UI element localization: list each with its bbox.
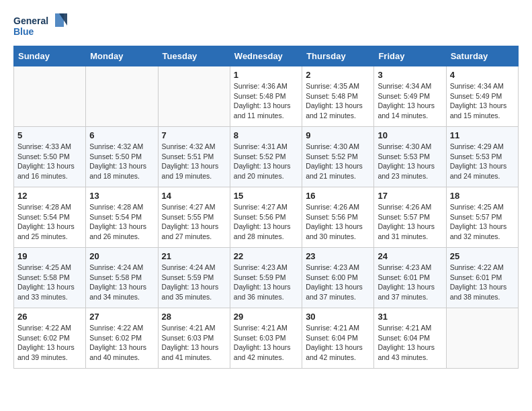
day-info: Sunrise: 4:23 AM Sunset: 6:00 PM Dayligh… (306, 263, 370, 302)
day-info: Sunrise: 4:32 AM Sunset: 5:50 PM Dayligh… (89, 142, 154, 181)
weekday-header-tuesday: Tuesday (158, 46, 230, 66)
calendar-cell: 19Sunrise: 4:25 AM Sunset: 5:58 PM Dayli… (14, 248, 86, 308)
day-info: Sunrise: 4:23 AM Sunset: 6:01 PM Dayligh… (378, 263, 442, 302)
day-number: 31 (378, 312, 442, 322)
day-info: Sunrise: 4:21 AM Sunset: 6:03 PM Dayligh… (162, 323, 226, 363)
day-number: 12 (17, 191, 82, 201)
day-number: 17 (378, 191, 442, 201)
day-number: 3 (378, 70, 442, 80)
day-number: 25 (450, 251, 515, 261)
calendar-cell: 22Sunrise: 4:23 AM Sunset: 5:59 PM Dayli… (230, 248, 302, 308)
day-number: 9 (306, 130, 370, 140)
day-number: 20 (89, 251, 154, 261)
day-info: Sunrise: 4:22 AM Sunset: 6:02 PM Dayligh… (17, 323, 82, 363)
day-info: Sunrise: 4:29 AM Sunset: 5:53 PM Dayligh… (450, 142, 515, 181)
day-number: 23 (306, 251, 370, 261)
day-number: 14 (162, 191, 226, 201)
calendar-cell: 2Sunrise: 4:35 AM Sunset: 5:48 PM Daylig… (302, 66, 374, 127)
day-info: Sunrise: 4:31 AM Sunset: 5:52 PM Dayligh… (234, 142, 298, 181)
calendar-cell: 5Sunrise: 4:33 AM Sunset: 5:50 PM Daylig… (14, 127, 86, 187)
day-number: 26 (17, 312, 82, 322)
day-info: Sunrise: 4:30 AM Sunset: 5:52 PM Dayligh… (306, 142, 370, 181)
calendar-cell: 3Sunrise: 4:34 AM Sunset: 5:49 PM Daylig… (374, 66, 446, 127)
day-number: 11 (450, 130, 515, 140)
day-number: 2 (306, 70, 370, 80)
calendar-cell (14, 66, 86, 127)
day-info: Sunrise: 4:22 AM Sunset: 6:02 PM Dayligh… (89, 323, 154, 363)
calendar-header-row: SundayMondayTuesdayWednesdayThursdayFrid… (14, 46, 519, 66)
day-info: Sunrise: 4:35 AM Sunset: 5:48 PM Dayligh… (306, 81, 370, 121)
day-info: Sunrise: 4:25 AM Sunset: 5:57 PM Dayligh… (450, 202, 515, 242)
calendar-cell: 27Sunrise: 4:22 AM Sunset: 6:02 PM Dayli… (86, 308, 158, 369)
day-info: Sunrise: 4:25 AM Sunset: 5:58 PM Dayligh… (17, 263, 82, 302)
calendar-cell: 4Sunrise: 4:34 AM Sunset: 5:49 PM Daylig… (446, 66, 518, 127)
general-blue-logo: General Blue (13, 13, 67, 40)
day-info: Sunrise: 4:24 AM Sunset: 5:58 PM Dayligh… (89, 263, 154, 302)
day-number: 6 (89, 130, 154, 140)
calendar-cell: 1Sunrise: 4:36 AM Sunset: 5:48 PM Daylig… (230, 66, 302, 127)
calendar-cell: 24Sunrise: 4:23 AM Sunset: 6:01 PM Dayli… (374, 248, 446, 308)
calendar-cell: 12Sunrise: 4:28 AM Sunset: 5:54 PM Dayli… (14, 187, 86, 248)
weekday-header-saturday: Saturday (446, 46, 518, 66)
calendar-table: SundayMondayTuesdayWednesdayThursdayFrid… (13, 46, 519, 369)
calendar-week-row: 26Sunrise: 4:22 AM Sunset: 6:02 PM Dayli… (14, 308, 519, 369)
page-header: General Blue (13, 13, 519, 40)
calendar-week-row: 19Sunrise: 4:25 AM Sunset: 5:58 PM Dayli… (14, 248, 519, 308)
weekday-header-friday: Friday (374, 46, 446, 66)
day-info: Sunrise: 4:33 AM Sunset: 5:50 PM Dayligh… (17, 142, 82, 181)
day-info: Sunrise: 4:23 AM Sunset: 5:59 PM Dayligh… (234, 263, 298, 302)
day-number: 5 (17, 130, 82, 140)
calendar-cell: 10Sunrise: 4:30 AM Sunset: 5:53 PM Dayli… (374, 127, 446, 187)
day-info: Sunrise: 4:21 AM Sunset: 6:03 PM Dayligh… (234, 323, 298, 363)
calendar-week-row: 1Sunrise: 4:36 AM Sunset: 5:48 PM Daylig… (14, 66, 519, 127)
day-number: 30 (306, 312, 370, 322)
day-info: Sunrise: 4:21 AM Sunset: 6:04 PM Dayligh… (306, 323, 370, 363)
calendar-cell: 9Sunrise: 4:30 AM Sunset: 5:52 PM Daylig… (302, 127, 374, 187)
calendar-cell (446, 308, 518, 369)
day-info: Sunrise: 4:22 AM Sunset: 6:01 PM Dayligh… (450, 263, 515, 302)
day-info: Sunrise: 4:24 AM Sunset: 5:59 PM Dayligh… (162, 263, 226, 302)
day-number: 15 (234, 191, 298, 201)
svg-text:General: General (13, 15, 48, 26)
calendar-cell: 26Sunrise: 4:22 AM Sunset: 6:02 PM Dayli… (14, 308, 86, 369)
day-info: Sunrise: 4:26 AM Sunset: 5:56 PM Dayligh… (306, 202, 370, 242)
svg-text:Blue: Blue (13, 26, 34, 37)
day-info: Sunrise: 4:30 AM Sunset: 5:53 PM Dayligh… (378, 142, 442, 181)
day-number: 1 (234, 70, 298, 80)
calendar-cell: 20Sunrise: 4:24 AM Sunset: 5:58 PM Dayli… (86, 248, 158, 308)
day-info: Sunrise: 4:21 AM Sunset: 6:04 PM Dayligh… (378, 323, 442, 363)
calendar-cell: 21Sunrise: 4:24 AM Sunset: 5:59 PM Dayli… (158, 248, 230, 308)
calendar-cell: 18Sunrise: 4:25 AM Sunset: 5:57 PM Dayli… (446, 187, 518, 248)
calendar-cell: 30Sunrise: 4:21 AM Sunset: 6:04 PM Dayli… (302, 308, 374, 369)
day-info: Sunrise: 4:28 AM Sunset: 5:54 PM Dayligh… (89, 202, 154, 242)
weekday-header-monday: Monday (86, 46, 158, 66)
day-info: Sunrise: 4:27 AM Sunset: 5:56 PM Dayligh… (234, 202, 298, 242)
day-number: 8 (234, 130, 298, 140)
day-info: Sunrise: 4:32 AM Sunset: 5:51 PM Dayligh… (162, 142, 226, 181)
calendar-week-row: 5Sunrise: 4:33 AM Sunset: 5:50 PM Daylig… (14, 127, 519, 187)
calendar-cell: 14Sunrise: 4:27 AM Sunset: 5:55 PM Dayli… (158, 187, 230, 248)
day-number: 22 (234, 251, 298, 261)
day-number: 18 (450, 191, 515, 201)
calendar-cell: 28Sunrise: 4:21 AM Sunset: 6:03 PM Dayli… (158, 308, 230, 369)
day-number: 29 (234, 312, 298, 322)
day-number: 28 (162, 312, 226, 322)
calendar-cell: 8Sunrise: 4:31 AM Sunset: 5:52 PM Daylig… (230, 127, 302, 187)
day-number: 27 (89, 312, 154, 322)
day-info: Sunrise: 4:34 AM Sunset: 5:49 PM Dayligh… (378, 81, 442, 121)
calendar-cell: 25Sunrise: 4:22 AM Sunset: 6:01 PM Dayli… (446, 248, 518, 308)
day-number: 21 (162, 251, 226, 261)
day-number: 19 (17, 251, 82, 261)
day-number: 13 (89, 191, 154, 201)
day-number: 24 (378, 251, 442, 261)
day-info: Sunrise: 4:34 AM Sunset: 5:49 PM Dayligh… (450, 81, 515, 121)
calendar-cell: 6Sunrise: 4:32 AM Sunset: 5:50 PM Daylig… (86, 127, 158, 187)
calendar-cell: 23Sunrise: 4:23 AM Sunset: 6:00 PM Dayli… (302, 248, 374, 308)
weekday-header-thursday: Thursday (302, 46, 374, 66)
calendar-cell: 15Sunrise: 4:27 AM Sunset: 5:56 PM Dayli… (230, 187, 302, 248)
calendar-cell: 17Sunrise: 4:26 AM Sunset: 5:57 PM Dayli… (374, 187, 446, 248)
calendar-cell: 29Sunrise: 4:21 AM Sunset: 6:03 PM Dayli… (230, 308, 302, 369)
day-number: 10 (378, 130, 442, 140)
weekday-header-sunday: Sunday (14, 46, 86, 66)
calendar-cell (158, 66, 230, 127)
